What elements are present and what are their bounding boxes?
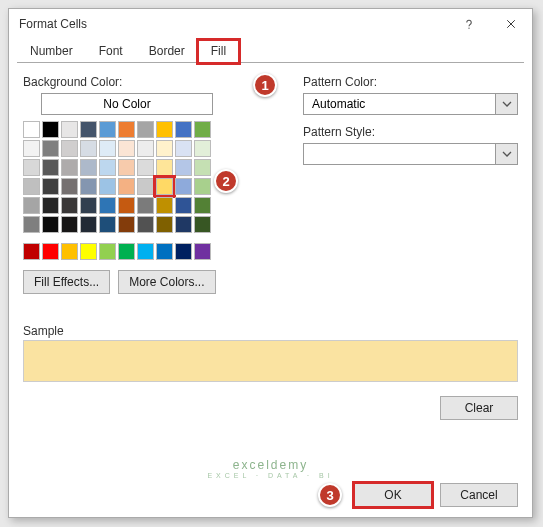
color-swatch[interactable] [194,178,211,195]
color-swatch[interactable] [137,178,154,195]
color-swatch[interactable] [137,243,154,260]
color-swatch[interactable] [137,159,154,176]
color-swatch[interactable] [61,121,78,138]
pattern-color-label: Pattern Color: [303,75,518,89]
color-swatch[interactable] [194,197,211,214]
color-swatch[interactable] [137,216,154,233]
color-swatch[interactable] [99,216,116,233]
color-swatch[interactable] [42,216,59,233]
close-button[interactable] [490,9,532,39]
color-swatch[interactable] [42,159,59,176]
color-swatch[interactable] [80,243,97,260]
color-swatch[interactable] [194,243,211,260]
color-swatch[interactable] [175,159,192,176]
color-swatch[interactable] [156,216,173,233]
tab-bar: Number Font Border Fill [17,39,524,63]
color-swatch[interactable] [156,178,173,195]
pattern-style-dropdown[interactable] [303,143,518,165]
color-swatch[interactable] [99,243,116,260]
ok-button[interactable]: OK [354,483,432,507]
color-swatch[interactable] [137,197,154,214]
color-swatch[interactable] [23,140,40,157]
tab-number[interactable]: Number [17,40,86,63]
chevron-down-icon [502,149,512,159]
color-swatch[interactable] [99,140,116,157]
annotation-badge-3: 3 [318,483,342,507]
standard-color-row [23,243,273,260]
svg-point-0 [468,27,469,28]
color-swatch[interactable] [80,178,97,195]
color-swatch[interactable] [80,216,97,233]
color-swatch[interactable] [156,197,173,214]
color-swatch[interactable] [61,216,78,233]
more-colors-button[interactable]: More Colors... [118,270,215,294]
color-swatch[interactable] [61,178,78,195]
sample-label: Sample [23,324,518,338]
color-swatch[interactable] [61,243,78,260]
color-swatch[interactable] [194,121,211,138]
color-swatch[interactable] [42,140,59,157]
tab-border[interactable]: Border [136,40,198,63]
color-swatch[interactable] [61,140,78,157]
color-swatch[interactable] [61,159,78,176]
color-swatch[interactable] [118,121,135,138]
titlebar: Format Cells [9,9,532,39]
annotation-badge-2: 2 [214,169,238,193]
color-swatch[interactable] [99,197,116,214]
color-swatch[interactable] [118,216,135,233]
color-swatch[interactable] [23,216,40,233]
color-swatch[interactable] [156,121,173,138]
color-swatch[interactable] [80,159,97,176]
cancel-button[interactable]: Cancel [440,483,518,507]
color-swatch[interactable] [23,197,40,214]
color-swatch[interactable] [23,159,40,176]
color-swatch[interactable] [23,243,40,260]
color-swatch[interactable] [175,243,192,260]
clear-button[interactable]: Clear [440,396,518,420]
color-swatch[interactable] [175,197,192,214]
color-swatch[interactable] [156,243,173,260]
color-swatch[interactable] [118,140,135,157]
color-swatch[interactable] [118,178,135,195]
color-swatch[interactable] [80,121,97,138]
color-swatch[interactable] [175,216,192,233]
sample-preview [23,340,518,382]
help-button[interactable] [448,9,490,39]
color-swatch[interactable] [42,243,59,260]
color-swatch[interactable] [137,121,154,138]
color-swatch[interactable] [175,140,192,157]
color-swatch[interactable] [80,140,97,157]
color-swatch[interactable] [175,178,192,195]
color-swatch[interactable] [99,178,116,195]
watermark: exceldemy EXCEL · DATA · BI [207,457,333,479]
pattern-style-label: Pattern Style: [303,125,518,139]
color-swatch[interactable] [194,140,211,157]
help-icon [463,18,475,30]
background-color-label: Background Color: [23,75,273,89]
color-swatch[interactable] [99,159,116,176]
color-swatch[interactable] [23,121,40,138]
color-swatch[interactable] [156,159,173,176]
color-swatch[interactable] [156,140,173,157]
color-swatch[interactable] [194,159,211,176]
fill-effects-button[interactable]: Fill Effects... [23,270,110,294]
color-swatch[interactable] [42,121,59,138]
color-swatch[interactable] [80,197,97,214]
color-swatch[interactable] [118,243,135,260]
color-swatch[interactable] [61,197,78,214]
color-swatch[interactable] [23,178,40,195]
color-swatch[interactable] [42,178,59,195]
tab-fill[interactable]: Fill [198,40,239,63]
color-swatch[interactable] [118,159,135,176]
annotation-badge-1: 1 [253,73,277,97]
pattern-color-dropdown[interactable]: Automatic [303,93,518,115]
no-color-button[interactable]: No Color [41,93,213,115]
tab-font[interactable]: Font [86,40,136,63]
color-swatch[interactable] [137,140,154,157]
color-swatch[interactable] [194,216,211,233]
close-icon [505,18,517,30]
color-swatch[interactable] [99,121,116,138]
color-swatch[interactable] [42,197,59,214]
color-swatch[interactable] [175,121,192,138]
color-swatch[interactable] [118,197,135,214]
